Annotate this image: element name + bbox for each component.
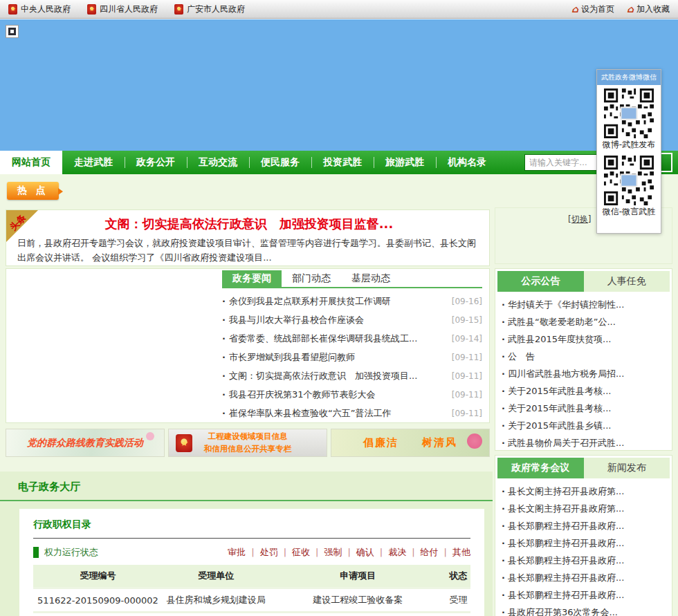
news-title: 文阁：切实提高依法行政意识 加强投资项目... xyxy=(222,370,446,382)
photo-carousel-placeholder[interactable] xyxy=(6,269,219,422)
set-homepage-link[interactable]: ⌂ 设为首页 xyxy=(571,3,614,15)
news-item[interactable]: 余仪到我县定点联系村开展扶贫工作调研 [09-16] xyxy=(222,292,482,310)
nav-item-home[interactable]: 网站首页 xyxy=(0,151,62,174)
announcements-list: 华封镇关于《华封镇控制性... 武胜县“敬老爱老助老”公... 武胜县2015年… xyxy=(495,294,672,451)
list-item[interactable]: 县长郑鹏程主持召开县政府... xyxy=(502,534,666,552)
nav-item-directory[interactable]: 机构名录 xyxy=(436,151,498,174)
home-icon: ⌂ xyxy=(627,4,634,14)
news-title: 崔保华率队来县检查验收“六五”普法工作 xyxy=(222,407,446,420)
news-item[interactable]: 我县与川农大举行县校合作座谈会 [09-15] xyxy=(222,310,482,329)
wechat-qr-code-icon[interactable] xyxy=(604,156,654,205)
top-link-bar: ★ 中央人民政府 ★ 四川省人民政府 ★ 广安市人民政府 ⌂ 设为首页 ⌂ 加入… xyxy=(0,0,678,19)
news-item[interactable]: 我县召开庆祝第31个教师节表彰大会 [09-11] xyxy=(222,385,482,404)
meetings-panel: 政府常务会议 新闻发布 县长文阁主持召开县政府第... 县长文阁主持召开县政府第… xyxy=(495,455,672,616)
news-item[interactable]: 文阁：切实提高依法行政意识 加强投资项目... [09-11] xyxy=(222,366,482,385)
tab-gov-news[interactable]: 政务要闻 xyxy=(222,270,282,287)
national-emblem-icon: ★ xyxy=(174,4,183,15)
filter-penalty[interactable]: 处罚 xyxy=(246,546,277,559)
news-item[interactable]: 省委常委、统战部部长崔保华调研我县统战工... [09-14] xyxy=(222,329,482,348)
weibo-qr-code-icon[interactable] xyxy=(604,88,654,138)
list-item[interactable]: 公 告 xyxy=(502,348,666,365)
col-accepting-unit: 受理单位 xyxy=(163,565,269,588)
news-date: [09-11] xyxy=(452,409,482,418)
power-status-label: 权力运行状态 xyxy=(44,546,98,559)
list-item[interactable]: 县长郑鹏程主持召开县政府... xyxy=(502,569,666,586)
nav-item-invest[interactable]: 投资武胜 xyxy=(311,151,374,174)
set-homepage-label: 设为首页 xyxy=(581,3,614,15)
banner-mass-line[interactable]: 党的群众路线教育实践活动 xyxy=(6,429,165,457)
nav-item-about[interactable]: 走进武胜 xyxy=(62,151,125,174)
news-date: [09-15] xyxy=(452,315,482,325)
broken-image-icon xyxy=(6,25,19,38)
nav-item-tourism[interactable]: 旅游武胜 xyxy=(374,151,436,174)
news-list: 余仪到我县定点联系村开展扶贫工作调研 [09-16] 我县与川农大举行县校合作座… xyxy=(222,288,482,422)
tab-personnel[interactable]: 人事任免 xyxy=(584,271,670,292)
cell-accepting-unit: 县气象局 xyxy=(163,613,269,616)
list-item[interactable]: 县长文阁主持召开县政府第... xyxy=(502,483,666,500)
list-item[interactable]: 县长郑鹏程主持召开县政府... xyxy=(502,552,666,569)
list-item[interactable]: 华封镇关于《华封镇控制性... xyxy=(502,296,666,313)
col-application-item: 申请项目 xyxy=(269,565,446,588)
announcements-panel: 公示公告 人事任免 华封镇关于《华封镇控制性... 武胜县“敬老爱老助老”公..… xyxy=(495,268,672,451)
banner-construction-info[interactable]: ★ 工程建设领域项目信息 和信用信息公开共享专栏 xyxy=(168,429,327,457)
banner-label: 和信用信息公开共享专栏 xyxy=(204,443,292,455)
list-item[interactable]: 武胜县“敬老爱老助老”公... xyxy=(502,313,666,330)
gov-link-label: 中央人民政府 xyxy=(21,3,71,15)
news-title: 余仪到我县定点联系村开展扶贫工作调研 xyxy=(222,295,446,308)
promo-banners: 党的群众路线教育实践活动 ★ 工程建设领域项目信息 和信用信息公开共享专栏 倡廉… xyxy=(6,429,490,457)
tab-grassroots-news[interactable]: 基层动态 xyxy=(341,270,401,287)
news-title: 省委常委、统战部部长崔保华调研我县统战工... xyxy=(222,333,446,345)
list-item[interactable]: 县长郑鹏程主持召开县政府... xyxy=(502,586,666,604)
list-item[interactable]: 关于2015年武胜县考核... xyxy=(502,382,666,400)
filter-other[interactable]: 其他 xyxy=(439,546,470,559)
banner-label: 工程建设领域项目信息 xyxy=(208,431,288,442)
list-item[interactable]: 四川省武胜县地方税务局招... xyxy=(502,365,666,382)
egov-inner-panel: 行政职权目录 权力运行状态 审批 处罚 征收 强制 确认 裁决 给付 其他 xyxy=(19,509,484,616)
cell-acceptance-id: 511622-20150909-000001 xyxy=(33,613,163,616)
cell-acceptance-id: 511622-20150909-000002 xyxy=(33,588,163,613)
nav-item-interaction[interactable]: 互动交流 xyxy=(187,151,249,174)
news-date: [09-14] xyxy=(452,334,482,344)
tab-public-notices[interactable]: 公示公告 xyxy=(497,271,584,292)
list-item[interactable]: 武胜县物价局关于召开武胜... xyxy=(502,434,666,451)
filter-ruling[interactable]: 裁决 xyxy=(374,546,406,559)
tab-press-releases[interactable]: 新闻发布 xyxy=(584,458,670,478)
headline-summary: 日前，县政府召开专题学习会议，就政府投资建设项目审计、监督管理等内容进行专题学习… xyxy=(17,236,481,265)
link-guangan-gov[interactable]: ★ 广安市人民政府 xyxy=(174,3,245,15)
banner-integrity[interactable]: 倡廉洁 树清风 xyxy=(331,429,490,457)
table-header-row: 受理编号 受理单位 申请项目 状态 xyxy=(33,565,470,588)
filter-payment[interactable]: 给付 xyxy=(406,546,438,559)
filter-levy[interactable]: 征收 xyxy=(278,546,310,559)
nav-item-gov-affairs[interactable]: 政务公开 xyxy=(125,151,187,174)
table-row[interactable]: 511622-20150909-000001 县气象局 防雷装置设计审核和竣工验… xyxy=(33,613,470,616)
add-favorite-link[interactable]: ⌂ 加入收藏 xyxy=(627,3,670,15)
filter-confirmation[interactable]: 确认 xyxy=(342,546,374,559)
news-date: [09-11] xyxy=(452,390,482,400)
list-item[interactable]: 武胜县2015年度扶贫项... xyxy=(502,330,666,348)
list-item[interactable]: 县政府召开第36次常务会... xyxy=(502,604,666,616)
filter-coercion[interactable]: 强制 xyxy=(310,546,342,559)
tab-dept-news[interactable]: 部门动态 xyxy=(282,270,341,287)
search-input[interactable] xyxy=(524,154,599,171)
table-row[interactable]: 511622-20150909-000002 县住房和城乡规划建设局 建设工程竣… xyxy=(33,588,470,613)
cell-status: 受理 xyxy=(446,588,470,613)
hot-topics-button[interactable]: 热 点 xyxy=(7,182,59,200)
home-icon: ⌂ xyxy=(571,4,578,14)
banner-label: 倡廉洁 树清风 xyxy=(363,436,457,449)
list-item[interactable]: 县长郑鹏程主持召开县政府... xyxy=(502,517,666,534)
link-central-gov[interactable]: ★ 中央人民政府 xyxy=(8,3,71,15)
tab-executive-meetings[interactable]: 政府常务会议 xyxy=(497,458,584,478)
news-item[interactable]: 市长罗增斌到我县看望慰问教师 [09-11] xyxy=(222,348,482,366)
headline-title-link[interactable]: 文阁：切实提高依法行政意识 加强投资项目监督... xyxy=(17,216,481,232)
switch-link[interactable]: [切换] xyxy=(568,214,591,225)
meetings-list: 县长文阁主持召开县政府第... 县长文阁主持召开县政府第... 县长郑鹏程主持召… xyxy=(495,480,672,616)
meetings-tab-bar: 政府常务会议 新闻发布 xyxy=(497,458,670,478)
link-sichuan-gov[interactable]: ★ 四川省人民政府 xyxy=(87,3,158,15)
list-item[interactable]: 关于2015年武胜县乡镇... xyxy=(502,417,666,434)
news-tab-bar: 政务要闻 部门动态 基层动态 xyxy=(222,270,482,288)
list-item[interactable]: 县长文阁主持召开县政府第... xyxy=(502,500,666,517)
list-item[interactable]: 关于2015年武胜县考核... xyxy=(502,400,666,417)
nav-item-services[interactable]: 便民服务 xyxy=(249,151,311,174)
news-item[interactable]: 崔保华率队来县检查验收“六五”普法工作 [09-11] xyxy=(222,404,482,422)
filter-approval[interactable]: 审批 xyxy=(228,546,246,559)
